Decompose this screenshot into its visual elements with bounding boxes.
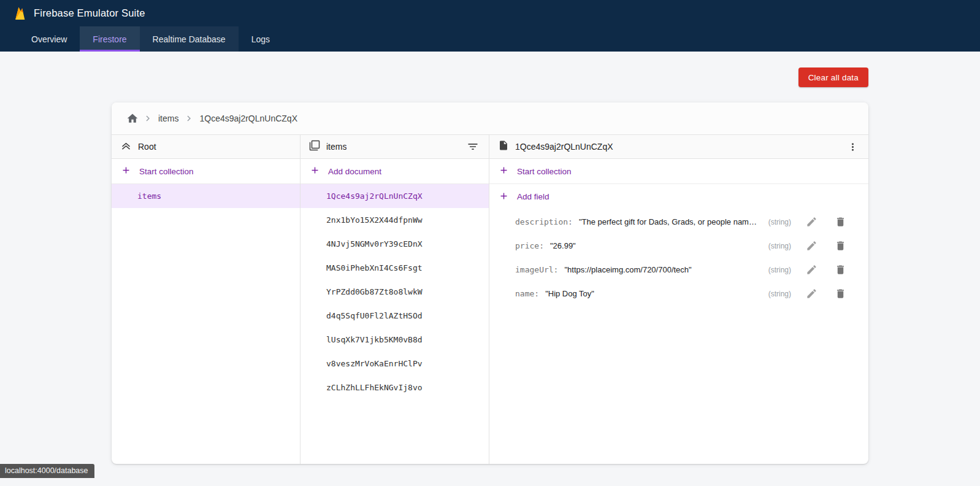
field-type: (string) — [761, 218, 791, 226]
field-row: name: "Hip Dog Toy" (string) — [489, 282, 868, 306]
clear-all-data-button[interactable]: Clear all data — [798, 68, 868, 87]
tab-label: Logs — [251, 34, 270, 44]
document-icon — [498, 140, 509, 153]
field-value: "26.99" — [550, 241, 576, 250]
field-value: "The perfect gift for Dads, Grads, or pe… — [579, 217, 761, 226]
plus-icon — [121, 165, 131, 177]
edit-field-button[interactable] — [805, 287, 819, 301]
tab-logs[interactable]: Logs — [239, 26, 283, 52]
plus-icon — [310, 165, 320, 177]
firestore-root-icon — [120, 140, 132, 154]
status-bar: localhost:4000/database — [0, 464, 94, 478]
add-document-label: Add document — [328, 167, 381, 176]
field-name: name: — [515, 289, 539, 298]
tab-label: Realtime Database — [153, 34, 226, 44]
plus-icon — [499, 165, 509, 177]
start-collection-button[interactable]: Start collection — [112, 159, 300, 184]
document-id: 1Qce4s9aj2rQLnUnCZqX — [326, 191, 423, 201]
root-panel-header: Root — [112, 135, 300, 159]
firestore-card: items 1Qce4s9aj2rQLnUnCZqX Root — [112, 102, 868, 464]
collection-id: items — [137, 191, 161, 201]
field-name: price: — [515, 241, 544, 250]
nav-tabs: Overview Firestore Realtime Database Log… — [0, 26, 980, 52]
home-icon[interactable] — [125, 111, 140, 126]
document-row[interactable]: 4NJvj5NGMv0rY39cEDnX — [301, 232, 489, 256]
collection-panel-header: items — [301, 135, 489, 159]
app-title: Firebase Emulator Suite — [34, 7, 145, 19]
field-list: description: "The perfect gift for Dads,… — [489, 209, 868, 464]
document-id: 4NJvj5NGMv0rY39cEDnX — [326, 239, 423, 249]
field-value: "https://placeimg.com/720/700/tech" — [564, 265, 691, 274]
start-collection-button-document[interactable]: Start collection — [489, 159, 868, 184]
add-field-label: Add field — [517, 192, 549, 201]
tab-realtime-database[interactable]: Realtime Database — [140, 26, 239, 52]
document-row[interactable]: 1Qce4s9aj2rQLnUnCZqX — [301, 184, 489, 208]
document-panel-header: 1Qce4s9aj2rQLnUnCZqX — [489, 135, 868, 159]
field-name: imageUrl: — [515, 265, 558, 274]
document-row[interactable]: v8veszMrVoKaEnrHClPv — [301, 352, 489, 376]
document-row[interactable]: YrPZdd0Gb87Zt8o8lwkW — [301, 280, 489, 304]
collection-row[interactable]: items — [112, 184, 300, 208]
root-collection-list: items — [112, 184, 300, 464]
tab-firestore[interactable]: Firestore — [80, 26, 139, 52]
field-type: (string) — [761, 290, 791, 298]
document-id: MAS0iPhebXnI4Cs6Fsgt — [326, 263, 423, 272]
add-field-button[interactable]: Add field — [489, 184, 868, 209]
document-row[interactable]: lUsqXk7V1jkb5KM0vB8d — [301, 328, 489, 352]
field-row: description: "The perfect gift for Dads,… — [489, 210, 868, 234]
field-row: price: "26.99" (string) — [489, 234, 868, 258]
breadcrumb-item[interactable]: items — [156, 114, 181, 123]
main-content: Clear all data items 1Qce4s9aj2rQLnUnCZq… — [112, 52, 868, 464]
field-value: "Hip Dog Toy" — [545, 289, 594, 298]
collection-panel-title: items — [326, 142, 346, 152]
firebase-logo-icon — [13, 6, 26, 21]
breadcrumb-item[interactable]: 1Qce4s9aj2rQLnUnCZqX — [197, 114, 300, 123]
field-name: description: — [515, 217, 573, 226]
field-type: (string) — [761, 242, 791, 250]
document-id: 2nx1bYo15X2X44dfpnWw — [326, 215, 423, 225]
delete-field-button[interactable] — [833, 263, 848, 277]
kebab-menu-icon[interactable] — [846, 140, 860, 154]
tab-label: Overview — [31, 34, 67, 44]
tab-overview[interactable]: Overview — [18, 26, 80, 52]
field-type: (string) — [761, 266, 791, 274]
start-collection-label: Start collection — [517, 167, 572, 176]
breadcrumb: items 1Qce4s9aj2rQLnUnCZqX — [112, 102, 868, 135]
delete-field-button[interactable] — [833, 215, 848, 229]
edit-field-button[interactable] — [805, 239, 819, 253]
firestore-panels: Root Start collection items items — [112, 135, 868, 464]
edit-field-button[interactable] — [805, 263, 819, 277]
collection-panel: items Add document 1Qce4s9aj2rQLnUnCZqX … — [301, 135, 489, 464]
chevron-right-icon — [142, 113, 153, 124]
document-id: lUsqXk7V1jkb5KM0vB8d — [326, 335, 423, 344]
document-panel-title: 1Qce4s9aj2rQLnUnCZqX — [515, 142, 613, 152]
document-row[interactable]: zCLhZhLLFhEkNGvIj8vo — [301, 376, 489, 399]
root-panel: Root Start collection items — [112, 135, 301, 464]
document-row[interactable]: MAS0iPhebXnI4Cs6Fsgt — [301, 256, 489, 280]
toolbar: Clear all data — [112, 52, 868, 102]
start-collection-label: Start collection — [139, 167, 194, 176]
filter-icon[interactable] — [465, 139, 480, 154]
edit-field-button[interactable] — [805, 215, 819, 229]
document-panel: 1Qce4s9aj2rQLnUnCZqX Start collection A — [489, 135, 868, 464]
chevron-right-icon — [183, 113, 194, 124]
add-document-button[interactable]: Add document — [301, 159, 489, 184]
document-id: YrPZdd0Gb87Zt8o8lwkW — [326, 287, 423, 296]
document-id: zCLhZhLLFhEkNGvIj8vo — [326, 383, 423, 392]
delete-field-button[interactable] — [833, 239, 848, 253]
plus-icon — [499, 191, 509, 203]
document-row[interactable]: d4q5SqfU0Fl2lAZtHSOd — [301, 304, 489, 328]
document-id: v8veszMrVoKaEnrHClPv — [326, 359, 423, 368]
app-header: Firebase Emulator Suite Overview Firesto… — [0, 0, 980, 52]
root-panel-title: Root — [138, 142, 156, 152]
collection-icon — [309, 140, 320, 153]
delete-field-button[interactable] — [833, 287, 848, 301]
document-id: d4q5SqfU0Fl2lAZtHSOd — [326, 311, 423, 320]
tab-label: Firestore — [93, 34, 126, 44]
document-row[interactable]: 2nx1bYo15X2X44dfpnWw — [301, 208, 489, 232]
document-list: 1Qce4s9aj2rQLnUnCZqX 2nx1bYo15X2X44dfpnW… — [301, 184, 489, 464]
field-row: imageUrl: "https://placeimg.com/720/700/… — [489, 258, 868, 282]
